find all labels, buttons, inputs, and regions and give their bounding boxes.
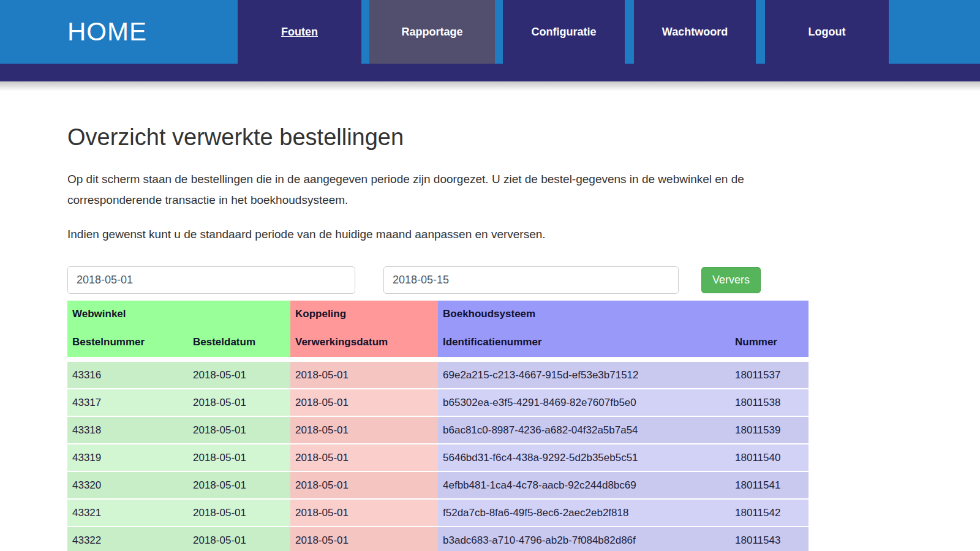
nav-divider: [625, 0, 634, 64]
table-row: 43316 2018-05-01 2018-05-01 69e2a215-c21…: [67, 359, 809, 389]
nav-filler: [889, 0, 980, 64]
nav-tab-wachtwoord[interactable]: Wachtwoord: [634, 0, 756, 64]
main-content: Overzicht verwerkte bestellingen Op dit …: [67, 124, 809, 551]
nav-tab-configuratie-label: Configuratie: [532, 26, 597, 39]
group-header-row: Webwinkel Koppeling Boekhoudsysteem: [67, 301, 809, 328]
table-cell: 2018-05-01: [290, 527, 438, 551]
table-row: 43321 2018-05-01 2018-05-01 f52da7cb-8fa…: [67, 499, 809, 527]
table-cell: 2018-05-01: [188, 527, 290, 551]
nav-tab-logout[interactable]: Logout: [765, 0, 889, 64]
table-cell: 2018-05-01: [290, 471, 438, 499]
table-cell: b3adc683-a710-4796-ab2b-7f084b82d86f: [438, 527, 730, 551]
table-cell: b6ac81c0-8987-4236-a682-04f32a5b7a54: [438, 416, 730, 444]
table-cell: 4efbb481-1ca4-4c78-aacb-92c244d8bc69: [438, 471, 730, 499]
table-cell: 43317: [67, 389, 188, 416]
nav-tab-rapportage-label: Rapportage: [401, 26, 462, 39]
col-header-nummer: Nummer: [730, 328, 809, 359]
table-cell: 2018-05-01: [188, 471, 290, 499]
table-row: 43320 2018-05-01 2018-05-01 4efbb481-1ca…: [67, 471, 809, 499]
table-cell: 2018-05-01: [188, 389, 290, 416]
table-cell: 2018-05-01: [188, 444, 290, 471]
table-cell: 18011538: [730, 389, 809, 416]
nav-tab-fouten-label: Fouten: [281, 26, 318, 39]
table-row: 43318 2018-05-01 2018-05-01 b6ac81c0-898…: [67, 416, 809, 444]
table-cell: 18011540: [730, 444, 809, 471]
nav-tab-fouten[interactable]: Fouten: [238, 0, 361, 64]
col-header-besteldatum: Besteldatum: [188, 328, 290, 359]
table-cell: 18011541: [730, 471, 809, 499]
top-navbar: HOME Fouten Rapportage Configuratie Wach…: [0, 0, 980, 81]
table-cell: 43322: [67, 527, 188, 551]
nav-tab-configuratie[interactable]: Configuratie: [503, 0, 625, 64]
table-cell: 2018-05-01: [188, 359, 290, 389]
table-cell: 43320: [67, 471, 188, 499]
group-header-koppeling: Koppeling: [290, 301, 438, 328]
nav-tab-wachtwoord-label: Wachtwoord: [662, 26, 728, 39]
nav-row: HOME Fouten Rapportage Configuratie Wach…: [0, 0, 980, 64]
date-from-input[interactable]: [67, 266, 355, 294]
page-title: Overzicht verwerkte bestellingen: [67, 124, 809, 151]
table-cell: 2018-05-01: [188, 499, 290, 527]
nav-shadow: [0, 81, 980, 91]
table-cell: 18011543: [730, 527, 809, 551]
table-row: 43322 2018-05-01 2018-05-01 b3adc683-a71…: [67, 527, 809, 551]
table-cell: 5646bd31-f6c4-438a-9292-5d2b35eb5c51: [438, 444, 730, 471]
nav-divider: [361, 0, 369, 64]
table-cell: 18011542: [730, 499, 809, 527]
nav-tab-rapportage[interactable]: Rapportage: [369, 0, 495, 64]
table-cell: 2018-05-01: [290, 416, 438, 444]
nav-home-brand[interactable]: HOME: [0, 0, 238, 64]
intro-paragraph: Op dit scherm staan de bestellingen die …: [67, 169, 793, 211]
table-cell: 2018-05-01: [290, 389, 438, 416]
col-header-bestelnummer: Bestelnummer: [67, 328, 188, 359]
table-cell: 18011537: [730, 359, 809, 389]
table-cell: 2018-05-01: [290, 359, 438, 389]
column-header-row: Bestelnummer Besteldatum Verwerkingsdatu…: [67, 328, 809, 359]
table-cell: f52da7cb-8fa6-49f5-8ec6-2aec2eb2f818: [438, 499, 730, 527]
col-header-verwerkingsdatum: Verwerkingsdatum: [290, 328, 438, 359]
table-cell: 43316: [67, 359, 188, 389]
table-cell: 2018-05-01: [290, 444, 438, 471]
table-row: 43317 2018-05-01 2018-05-01 b65302ea-e3f…: [67, 389, 809, 416]
nav-tab-logout-label: Logout: [809, 26, 846, 39]
home-label: HOME: [67, 17, 147, 47]
table-cell: 43319: [67, 444, 188, 471]
table-cell: 43318: [67, 416, 188, 444]
table-row: 43319 2018-05-01 2018-05-01 5646bd31-f6c…: [67, 444, 809, 471]
col-header-identificatienummer: Identificatienummer: [438, 328, 730, 359]
table-cell: 2018-05-01: [188, 416, 290, 444]
table-cell: 43321: [67, 499, 188, 527]
hint-paragraph: Indien gewenst kunt u de standaard perio…: [67, 224, 809, 244]
table-cell: 69e2a215-c213-4667-915d-ef53e3b71512: [438, 359, 730, 389]
table-cell: 18011539: [730, 416, 809, 444]
nav-divider: [756, 0, 765, 64]
table-cell: 2018-05-01: [290, 499, 438, 527]
table-cell: b65302ea-e3f5-4291-8469-82e7607fb5e0: [438, 389, 730, 416]
nav-divider: [495, 0, 503, 64]
refresh-button[interactable]: Ververs: [701, 267, 761, 293]
group-header-webwinkel: Webwinkel: [67, 301, 290, 328]
group-header-boekhoudsysteem: Boekhoudsysteem: [438, 301, 809, 328]
orders-table: Webwinkel Koppeling Boekhoudsysteem Best…: [67, 301, 809, 551]
date-to-input[interactable]: [383, 266, 679, 294]
filter-row: Ververs: [67, 266, 809, 294]
